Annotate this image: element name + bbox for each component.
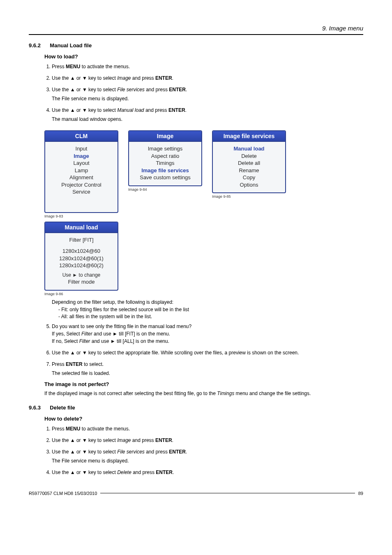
- t: If the displayed image is not correct af…: [44, 391, 217, 396]
- t: and press: [131, 437, 155, 443]
- file-services-term: File services: [117, 87, 145, 92]
- subhead-how-to-load: How to load?: [44, 53, 363, 60]
- menu-key: MENU: [66, 426, 80, 432]
- panel-image: Image Image settings Aspect ratio Timing…: [128, 130, 202, 186]
- t: Use the ▲ or ▼ key to select: [52, 449, 117, 455]
- enter-key: ENTER: [66, 361, 83, 367]
- step-3: Use the ▲ or ▼ key to select File servic…: [52, 86, 363, 102]
- clm-alignment: Alignment: [48, 174, 115, 181]
- panel-clm: CLM Input Image Layout Lamp Alignment Pr…: [44, 130, 118, 213]
- filter-lead: Depending on the filter setup, the follo…: [52, 299, 363, 305]
- panel-manual-load-col: Manual load Filter [FIT] 1280x1024@60 12…: [44, 222, 118, 296]
- file-services-term: File services: [117, 449, 145, 455]
- section-963: 9.6.3 Delete file: [29, 405, 363, 411]
- t: Use the ▲ or ▼ key to select: [52, 75, 117, 81]
- section-num: 9.6.3: [29, 405, 48, 411]
- t: If no, Select: [52, 338, 79, 344]
- t: Press: [52, 64, 66, 69]
- caption-985: Image 9-85: [212, 194, 286, 199]
- step-7: Press ENTER to select. The selected file…: [52, 361, 363, 377]
- section-num: 9.6.2: [29, 42, 48, 49]
- page-number: 89: [358, 491, 363, 496]
- ml-hint-1: Use ► to change: [48, 272, 115, 278]
- t: and press: [131, 469, 156, 475]
- t: .: [185, 107, 187, 113]
- img-aspect: Aspect ratio: [131, 153, 199, 160]
- step-3-sub: The File service menu is displayed.: [52, 95, 363, 102]
- img-save-custom: Save custom settings: [131, 174, 199, 181]
- clm-input: Input: [48, 145, 115, 153]
- clm-image: Image: [48, 153, 115, 160]
- t: .: [172, 75, 173, 81]
- img-settings: Image settings: [131, 145, 199, 153]
- footer-line: [100, 493, 355, 493]
- t: If yes, Select: [52, 331, 81, 337]
- dstep-1: Press MENU to activate the menus.: [52, 425, 363, 432]
- dstep-3: Use the ▲ or ▼ key to select File servic…: [52, 448, 363, 465]
- panel-clm-col: CLM Input Image Layout Lamp Alignment Pr…: [44, 130, 118, 218]
- menu-key: MENU: [66, 64, 80, 69]
- filter-term: Filter: [79, 338, 90, 344]
- step-1: Press MENU to activate the menus.: [52, 63, 363, 70]
- t: Press: [52, 361, 66, 367]
- image-term: Image: [117, 75, 131, 81]
- panel-clm-title: CLM: [45, 131, 118, 142]
- subhead-not-perfect: The image is not perfect?: [44, 381, 363, 387]
- panels-row-2: Manual load Filter [FIT] 1280x1024@60 12…: [44, 222, 363, 296]
- t: Use the ▲ or ▼ key to select: [52, 107, 117, 113]
- ifs-copy: Copy: [215, 174, 283, 181]
- dstep-3-sub: The File service menu is displayed.: [52, 457, 363, 465]
- ml-file-3: 1280x1024@60(2): [48, 262, 115, 269]
- image-term: Image: [117, 437, 131, 443]
- t: .: [172, 437, 173, 443]
- ifs-options: Options: [215, 181, 283, 189]
- timings-term: Timings: [217, 391, 234, 396]
- t: .: [186, 87, 187, 92]
- panel-manual-load-title: Manual load: [45, 222, 118, 233]
- filter-fit: Fit: only fitting files for the selected…: [58, 307, 363, 312]
- t: and press: [145, 449, 169, 455]
- clm-lamp: Lamp: [48, 167, 115, 174]
- enter-key: ENTER: [168, 107, 185, 113]
- t: and press: [144, 107, 168, 113]
- steps-delete: Press MENU to activate the menus. Use th…: [52, 425, 363, 476]
- enter-key: ENTER: [155, 75, 172, 81]
- enter-key: ENTER: [169, 449, 186, 455]
- img-file-services: Image file services: [131, 167, 199, 174]
- ml-file-2: 1280x1024@60(1): [48, 255, 115, 262]
- step-4-sub: The manual load window opens.: [52, 116, 363, 123]
- enter-key: ENTER: [155, 437, 172, 443]
- after-step4-block: Depending on the filter setup, the follo…: [52, 299, 363, 319]
- t: Use the ▲ or ▼ key to select: [52, 437, 117, 443]
- ifs-rename: Rename: [215, 167, 283, 174]
- page-footer: R59770057 CLM HD8 15/03/2010 89: [29, 491, 363, 496]
- step-4: Use the ▲ or ▼ key to select Manual load…: [52, 106, 363, 123]
- chapter-header: 9. Image menu: [29, 25, 363, 32]
- panels-row-1: CLM Input Image Layout Lamp Alignment Pr…: [44, 130, 363, 218]
- step-2: Use the ▲ or ▼ key to select Image and p…: [52, 74, 363, 82]
- t: and press: [145, 87, 169, 92]
- filter-dashlist: Fit: only fitting files for the selected…: [58, 307, 363, 319]
- panel-ifs-col: Image file services Manual load Delete D…: [212, 130, 286, 199]
- t: Use the ▲ or ▼ key to select: [52, 87, 117, 92]
- ml-filter: Filter [FIT]: [48, 236, 115, 244]
- footer-left: R59770057 CLM HD8 15/03/2010: [29, 491, 97, 496]
- enter-key: ENTER: [169, 87, 186, 92]
- t: and use ► till [FIT] is on the menu.: [92, 331, 170, 337]
- steps-load-cont: Do you want to see only the fitting file…: [52, 323, 363, 377]
- panel-ifs-title: Image file services: [213, 131, 285, 142]
- clm-layout: Layout: [48, 160, 115, 167]
- caption-986: Image 9-86: [44, 292, 118, 296]
- t: to select.: [83, 361, 104, 367]
- t: to activate the menus.: [80, 64, 130, 69]
- chapter-rule: [29, 34, 363, 35]
- t: .: [173, 469, 174, 475]
- ifs-delete: Delete: [215, 153, 283, 160]
- ifs-manual-load: Manual load: [215, 145, 283, 153]
- img-timings: Timings: [131, 160, 199, 167]
- section-title: Delete file: [50, 405, 75, 411]
- filter-all: All: all files in the system will be in …: [58, 314, 363, 319]
- step-5: Do you want to see only the fitting file…: [52, 323, 363, 345]
- t: and use ► till [ALL] is on the menu.: [90, 338, 169, 344]
- enter-key: ENTER: [156, 469, 173, 475]
